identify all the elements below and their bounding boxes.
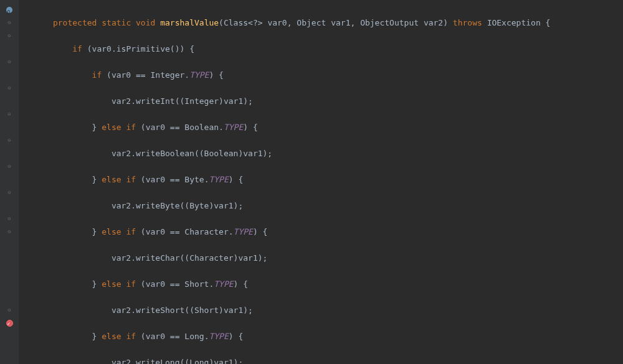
fold-marker[interactable]: ⊖ [0, 55, 19, 68]
code-line: var2.writeBoolean((Boolean)var1); [24, 147, 623, 160]
editor-gutter[interactable]: ⊖ ⊖ ⊖ ⊖ ⊖ ⊖ ⊖ ⊖ ⊖ ⊖ ⊖ [0, 0, 19, 364]
code-line: var2.writeByte((Byte)var1); [24, 199, 623, 212]
code-editor: ⊖ ⊖ ⊖ ⊖ ⊖ ⊖ ⊖ ⊖ ⊖ ⊖ ⊖ protected static v… [0, 0, 623, 364]
fold-marker[interactable]: ⊖ [0, 212, 19, 225]
code-line: } else if (var0 == Long.TYPE) { [24, 330, 623, 343]
breakpoint-active[interactable] [0, 317, 19, 330]
code-line: } else if (var0 == Boolean.TYPE) { [24, 121, 623, 134]
fold-marker[interactable]: ⊖ [0, 82, 19, 95]
fold-marker[interactable]: ⊖ [0, 29, 19, 42]
code-line: var2.writeLong((Long)var1); [24, 356, 623, 364]
fold-marker[interactable]: ⊖ [0, 186, 19, 199]
fold-marker[interactable]: ⊖ [0, 160, 19, 173]
fold-marker[interactable]: ⊖ [0, 108, 19, 121]
override-marker[interactable] [0, 3, 19, 16]
fold-marker[interactable]: ⊖ [0, 134, 19, 147]
code-line: if (var0.isPrimitive()) { [24, 42, 623, 55]
code-line: } else if (var0 == Byte.TYPE) { [24, 173, 623, 186]
code-line: if (var0 == Integer.TYPE) { [24, 68, 623, 82]
code-line: var2.writeChar((Character)var1); [24, 251, 623, 264]
code-line: var2.writeShort((Short)var1); [24, 304, 623, 317]
code-line: } else if (var0 == Short.TYPE) { [24, 278, 623, 291]
code-line: } else if (var0 == Character.TYPE) { [24, 225, 623, 238]
code-line: protected static void marshalValue(Class… [24, 16, 623, 29]
fold-marker[interactable]: ⊖ [0, 304, 19, 317]
code-content[interactable]: protected static void marshalValue(Class… [19, 0, 623, 364]
fold-marker[interactable]: ⊖ [0, 225, 19, 238]
code-line: var2.writeInt((Integer)var1); [24, 95, 623, 108]
